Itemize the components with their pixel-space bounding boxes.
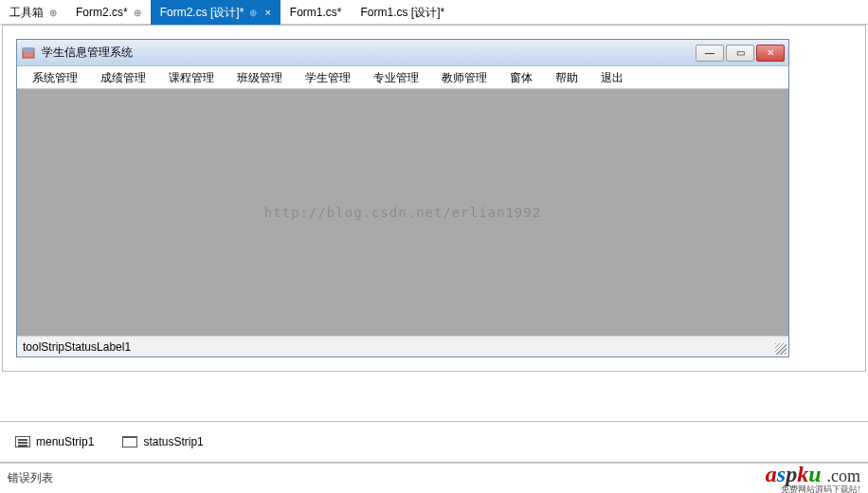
menu-classes[interactable]: 班级管理 <box>226 66 294 88</box>
menu-grades[interactable]: 成绩管理 <box>89 66 157 88</box>
menu-windows[interactable]: 窗体 <box>498 66 544 88</box>
component-tray[interactable]: menuStrip1 statusStrip1 <box>0 421 868 463</box>
menu-help[interactable]: 帮助 <box>544 66 589 88</box>
tab-toolbox[interactable]: 工具箱 ⊕ <box>0 0 66 25</box>
resize-grip-icon[interactable] <box>775 343 787 355</box>
menustrip-icon <box>15 436 30 447</box>
tab-form2-design[interactable]: Form2.cs [设计]* ⊕ × <box>151 0 280 25</box>
menu-teachers[interactable]: 教师管理 <box>430 66 498 88</box>
maximize-button[interactable]: ▭ <box>726 45 754 62</box>
client-area[interactable]: http://blog.csdn.net/erlian1992 <box>17 89 788 336</box>
tab-label: Form2.cs [设计]* <box>160 5 244 21</box>
menu-exit[interactable]: 退出 <box>589 66 635 88</box>
pin-icon[interactable]: ⊕ <box>249 8 257 18</box>
component-label: menuStrip1 <box>36 435 94 448</box>
tab-label: Form1.cs [设计]* <box>361 5 445 21</box>
pin-icon[interactable]: ⊕ <box>49 8 57 18</box>
close-button[interactable]: ✕ <box>756 45 785 62</box>
titlebar[interactable]: 学生信息管理系统 — ▭ ✕ <box>17 40 788 66</box>
close-icon[interactable]: × <box>264 7 270 18</box>
document-tabs: 工具箱 ⊕ Form2.cs* ⊕ Form2.cs [设计]* ⊕ × For… <box>0 0 868 25</box>
winform-preview[interactable]: 学生信息管理系统 — ▭ ✕ 系统管理 成绩管理 课程管理 班级管理 学生管理 … <box>16 39 789 357</box>
statusstrip-icon <box>122 436 137 447</box>
window-title: 学生信息管理系统 <box>42 45 696 61</box>
menu-courses[interactable]: 课程管理 <box>157 66 226 88</box>
site-logo: aspku .com 免费网站源码下载站! <box>766 462 860 494</box>
tab-form1-design[interactable]: Form1.cs [设计]* <box>352 0 455 25</box>
tab-label: 工具箱 <box>9 5 44 21</box>
status-strip[interactable]: toolStripStatusLabel1 <box>17 336 788 356</box>
pin-icon[interactable]: ⊕ <box>134 8 141 18</box>
svg-rect-1 <box>23 48 34 51</box>
status-label: toolStripStatusLabel1 <box>23 340 131 354</box>
menu-majors[interactable]: 专业管理 <box>362 66 430 88</box>
menu-students[interactable]: 学生管理 <box>294 66 362 88</box>
tab-label: Form1.cs* <box>290 6 342 19</box>
tab-label: Form2.cs* <box>76 6 128 19</box>
menu-strip[interactable]: 系统管理 成绩管理 课程管理 班级管理 学生管理 专业管理 教师管理 窗体 帮助… <box>17 66 788 89</box>
minimize-button[interactable]: — <box>696 45 724 62</box>
tab-form2-code[interactable]: Form2.cs* ⊕ <box>66 0 151 25</box>
window-controls: — ▭ ✕ <box>696 45 785 62</box>
component-statusstrip[interactable]: statusStrip1 <box>122 435 203 448</box>
tab-form1-code[interactable]: Form1.cs* <box>280 0 352 25</box>
component-menustrip[interactable]: menuStrip1 <box>15 435 94 448</box>
watermark-text: http://blog.csdn.net/erlian1992 <box>264 205 541 220</box>
app-icon <box>21 46 36 61</box>
error-list-tab[interactable]: 错误列表 <box>8 470 53 486</box>
menu-system[interactable]: 系统管理 <box>21 66 89 88</box>
designer-surface[interactable]: 学生信息管理系统 — ▭ ✕ 系统管理 成绩管理 课程管理 班级管理 学生管理 … <box>2 25 866 372</box>
component-label: statusStrip1 <box>143 435 203 448</box>
footer: 错误列表 aspku .com 免费网站源码下载站! <box>0 463 868 493</box>
